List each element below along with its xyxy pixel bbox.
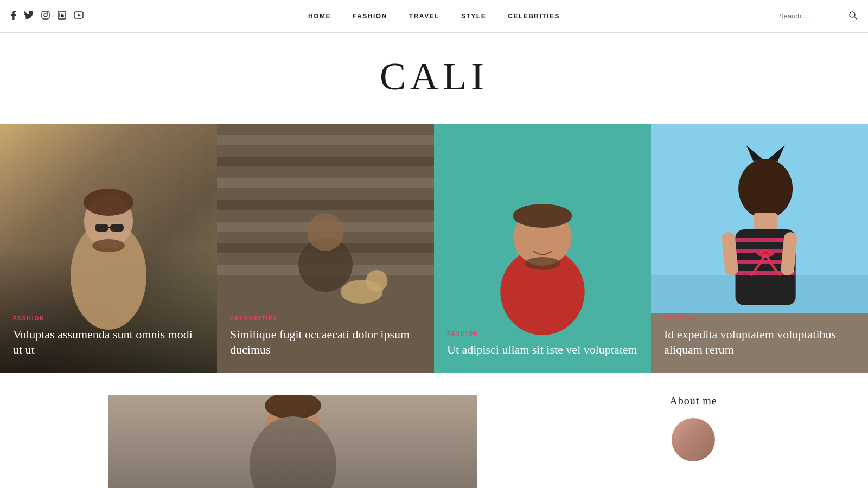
bottom-article (0, 395, 486, 488)
facebook-icon[interactable] (11, 10, 16, 22)
about-me-line-right (726, 401, 780, 401)
card-1-title: Voluptas assumenda sunt omnis modi ut ut (13, 327, 204, 358)
nav-travel[interactable]: TRAVEL (409, 12, 439, 20)
svg-point-32 (525, 257, 561, 270)
search-icon[interactable] (848, 11, 857, 22)
svg-point-36 (738, 159, 793, 219)
header: HOME FASHION TRAVEL STYLE CELEBRITIES (0, 0, 868, 33)
svg-rect-11 (95, 224, 108, 232)
svg-line-7 (854, 17, 857, 19)
bottom-section: About me (0, 373, 868, 488)
nav-fashion[interactable]: FASHION (353, 12, 387, 20)
about-avatar (672, 418, 715, 461)
linkedin-icon[interactable] (58, 11, 66, 22)
svg-point-14 (92, 239, 125, 252)
bottom-article-figure (108, 395, 477, 488)
nav: HOME FASHION TRAVEL STYLE CELEBRITIES (308, 12, 560, 20)
featured-card-2[interactable]: CELEBRITIES Similique fugit occaecati do… (217, 124, 434, 373)
svg-point-31 (513, 204, 572, 228)
card-3-overlay: FASHION Ut adipisci ullam sit iste vel v… (434, 318, 651, 373)
svg-point-48 (265, 395, 321, 419)
about-me-line-left (607, 401, 661, 401)
about-me-header: About me (519, 395, 868, 407)
card-4-category: FASHION (664, 316, 855, 322)
svg-marker-5 (78, 14, 81, 17)
card-4-overlay: FASHION Id expedita voluptatem voluptati… (651, 303, 868, 373)
bottom-article-image (108, 395, 477, 488)
card-3-title: Ut adipisci ullam sit iste vel voluptate… (447, 342, 638, 358)
nav-home[interactable]: HOME (308, 12, 331, 20)
svg-rect-12 (110, 224, 124, 232)
svg-rect-0 (42, 11, 49, 19)
about-me-section: About me (486, 395, 868, 488)
card-1-category: FASHION (13, 316, 204, 322)
featured-cards: FASHION Voluptas assumenda sunt omnis mo… (0, 124, 868, 373)
svg-point-10 (84, 189, 133, 216)
site-logo: CALI (0, 54, 868, 99)
featured-card-1[interactable]: FASHION Voluptas assumenda sunt omnis mo… (0, 124, 217, 373)
twitter-icon[interactable] (24, 11, 34, 21)
instagram-icon[interactable] (41, 11, 50, 22)
card-2-title: Similique fugit occaecati dolor ipsum du… (230, 327, 421, 358)
card-3-category: FASHION (447, 331, 638, 337)
featured-card-3[interactable]: FASHION Ut adipisci ullam sit iste vel v… (434, 124, 651, 373)
card-1-overlay: FASHION Voluptas assumenda sunt omnis mo… (0, 303, 217, 373)
nav-celebrities[interactable]: CELEBRITIES (508, 12, 560, 20)
search-area (779, 11, 857, 22)
social-icons (11, 10, 84, 22)
card-2-category: CELEBRITIES (230, 316, 421, 322)
card-2-overlay: CELEBRITIES Similique fugit occaecati do… (217, 303, 434, 373)
featured-card-4[interactable]: FASHION Id expedita voluptatem voluptati… (651, 124, 868, 373)
svg-point-1 (44, 14, 47, 17)
logo-section: CALI (0, 33, 868, 124)
svg-point-47 (266, 397, 320, 457)
svg-rect-37 (754, 213, 777, 229)
card-4-title: Id expedita voluptatem voluptatibus aliq… (664, 327, 855, 358)
svg-point-26 (366, 270, 387, 292)
svg-rect-46 (108, 395, 477, 488)
svg-point-2 (47, 12, 48, 14)
nav-style[interactable]: STYLE (461, 12, 486, 20)
svg-point-24 (308, 213, 344, 251)
search-input[interactable] (779, 12, 844, 20)
youtube-icon[interactable] (74, 11, 84, 21)
svg-point-49 (250, 416, 336, 488)
about-me-title: About me (669, 395, 717, 407)
